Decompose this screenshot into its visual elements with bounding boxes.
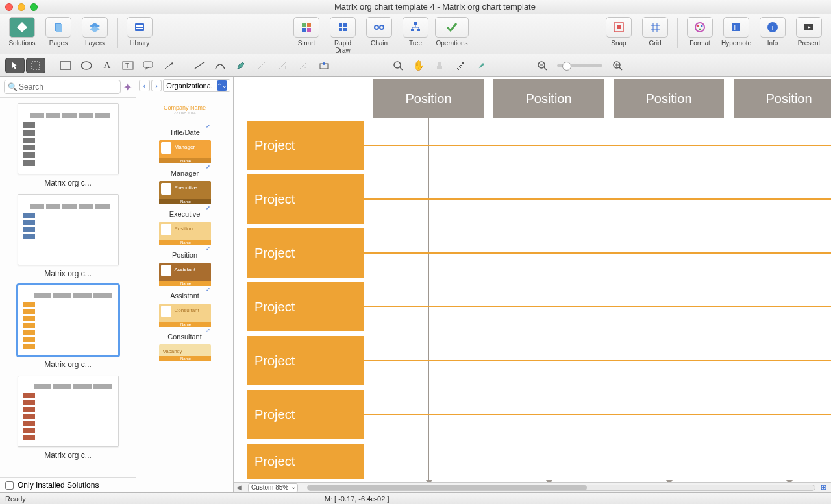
pointer-tool[interactable] bbox=[5, 58, 25, 73]
pen-tool[interactable] bbox=[231, 58, 251, 73]
hypernote-button[interactable]: HHypernote bbox=[719, 17, 753, 47]
library-forward-button[interactable]: › bbox=[151, 80, 162, 91]
arrow-tool[interactable] bbox=[160, 58, 179, 73]
solution-item[interactable]: Matrix org c... bbox=[4, 376, 132, 460]
solution-item[interactable]: Matrix org c... bbox=[4, 285, 132, 369]
library-list[interactable]: Company Name22 Dec 2014⤢ Title/Date Mana… bbox=[136, 95, 233, 492]
fit-icon[interactable]: ⊞ bbox=[821, 483, 831, 492]
project-row[interactable]: Project bbox=[247, 336, 364, 385]
project-row[interactable]: Project bbox=[247, 174, 364, 224]
zoom-tool[interactable] bbox=[388, 58, 408, 73]
svg-rect-18 bbox=[414, 22, 417, 25]
library-shape-manager[interactable]: ManagerName⤢ Manager bbox=[139, 140, 230, 177]
position-header[interactable]: Position bbox=[734, 79, 831, 118]
svg-text:+: + bbox=[284, 64, 287, 71]
svg-rect-11 bbox=[307, 28, 311, 32]
svg-rect-49 bbox=[437, 66, 442, 69]
svg-line-54 bbox=[544, 67, 547, 70]
connector-line bbox=[669, 118, 669, 481]
rapid-draw-button[interactable]: Rapid Draw bbox=[326, 17, 360, 54]
library-button[interactable]: Library bbox=[123, 17, 156, 47]
zoom-in-button[interactable] bbox=[608, 58, 627, 73]
horizontal-scrollbar[interactable] bbox=[307, 485, 815, 491]
library-shape-executive[interactable]: ExecutiveName⤢ Executive bbox=[139, 181, 230, 218]
curve-tool[interactable] bbox=[210, 58, 230, 73]
connection-point-tool[interactable] bbox=[314, 58, 334, 73]
project-row[interactable]: Project bbox=[247, 228, 364, 278]
text-select-tool[interactable] bbox=[26, 58, 45, 73]
format-button[interactable]: Format bbox=[683, 17, 717, 47]
page-nav-left-icon[interactable]: ◀ bbox=[234, 484, 244, 491]
chain-button[interactable]: Chain bbox=[362, 17, 396, 54]
eyedropper-tool[interactable] bbox=[451, 58, 470, 73]
zoom-out-button[interactable] bbox=[532, 58, 552, 73]
operations-button[interactable]: Operations bbox=[435, 17, 469, 54]
svg-text:T: T bbox=[125, 62, 129, 69]
svg-rect-12 bbox=[339, 23, 342, 27]
grid-button[interactable]: Grid bbox=[638, 17, 672, 47]
project-row[interactable]: Project bbox=[247, 390, 364, 439]
status-ready: Ready bbox=[5, 495, 26, 503]
svg-rect-35 bbox=[60, 62, 71, 69]
close-window-button[interactable] bbox=[5, 3, 13, 11]
edit-point-tool[interactable] bbox=[252, 58, 271, 73]
brush-tool[interactable] bbox=[471, 58, 491, 73]
position-header[interactable]: Position bbox=[614, 79, 724, 118]
solutions-button[interactable]: Solutions bbox=[5, 17, 39, 47]
only-installed-row: Only Installed Solutions bbox=[0, 477, 136, 492]
position-header[interactable]: Position bbox=[493, 79, 604, 118]
library-back-button[interactable]: ‹ bbox=[139, 80, 150, 91]
tree-button[interactable]: Tree bbox=[399, 17, 432, 54]
solution-item[interactable]: Matrix org c... bbox=[4, 194, 132, 278]
status-mouse: M: [ -0.17, -6.4e-02 ] bbox=[325, 495, 390, 503]
textbox-tool[interactable]: T bbox=[118, 58, 138, 73]
project-row[interactable]: Project bbox=[247, 121, 364, 170]
project-row[interactable]: Project bbox=[247, 282, 364, 331]
solutions-list[interactable]: Matrix org c... Matrix org c... Matrix o… bbox=[0, 98, 136, 477]
pages-button[interactable]: Pages bbox=[42, 17, 75, 47]
add-point-tool[interactable]: + bbox=[273, 58, 292, 73]
callout-tool[interactable] bbox=[139, 58, 158, 73]
line-tool[interactable] bbox=[190, 58, 209, 73]
svg-point-24 bbox=[697, 25, 699, 27]
position-header[interactable]: Position bbox=[373, 79, 484, 118]
library-shape-assistant[interactable]: AssistantName⤢ Assistant bbox=[139, 263, 230, 300]
solution-item[interactable]: Matrix org c... bbox=[4, 103, 132, 187]
hand-tool[interactable]: ✋ bbox=[409, 58, 428, 73]
svg-rect-22 bbox=[617, 25, 621, 29]
canvas[interactable]: Position Position Position Position Proj… bbox=[234, 77, 831, 482]
svg-text:-: - bbox=[304, 64, 306, 71]
minimize-window-button[interactable] bbox=[18, 3, 25, 11]
library-header: ‹ › Organizationa... ⌃⌄ bbox=[136, 77, 233, 95]
smart-button[interactable]: Smart bbox=[290, 17, 323, 54]
ellipse-tool[interactable] bbox=[77, 58, 96, 73]
zoom-slider[interactable] bbox=[557, 64, 602, 67]
svg-line-58 bbox=[619, 67, 622, 70]
only-installed-checkbox[interactable] bbox=[5, 481, 14, 490]
zoom-window-button[interactable] bbox=[30, 3, 38, 11]
library-selector[interactable]: Organizationa... ⌃⌄ bbox=[163, 79, 230, 92]
library-shape-title[interactable]: Company Name22 Dec 2014⤢ Title/Date bbox=[139, 99, 230, 136]
svg-marker-0 bbox=[17, 22, 27, 32]
rectangle-tool[interactable] bbox=[56, 58, 75, 73]
svg-rect-15 bbox=[343, 28, 347, 31]
svg-rect-8 bbox=[302, 23, 306, 27]
library-shape-consultant[interactable]: ConsultantName⤢ Consultant bbox=[139, 304, 230, 341]
library-shape-vacancy[interactable]: VacancyName bbox=[139, 344, 230, 372]
project-row[interactable]: Project bbox=[247, 444, 364, 479]
settings-icon[interactable]: ✦ bbox=[123, 81, 132, 93]
layers-button[interactable]: Layers bbox=[78, 17, 112, 47]
search-input[interactable] bbox=[4, 80, 121, 94]
text-tool[interactable]: A bbox=[97, 58, 117, 73]
delete-point-tool[interactable]: - bbox=[293, 58, 313, 73]
search-bar: 🔍 ✦ bbox=[0, 77, 136, 98]
svg-point-17 bbox=[380, 25, 384, 29]
snap-button[interactable]: Snap bbox=[602, 17, 636, 47]
zoom-select[interactable]: Custom 85% bbox=[248, 483, 298, 492]
present-button[interactable]: Present bbox=[792, 17, 826, 47]
info-button[interactable]: iInfo bbox=[756, 17, 789, 47]
svg-rect-14 bbox=[339, 28, 342, 31]
library-shape-position[interactable]: PositionName⤢ Position bbox=[139, 222, 230, 259]
stamp-tool[interactable] bbox=[430, 58, 449, 73]
svg-point-51 bbox=[462, 62, 464, 64]
